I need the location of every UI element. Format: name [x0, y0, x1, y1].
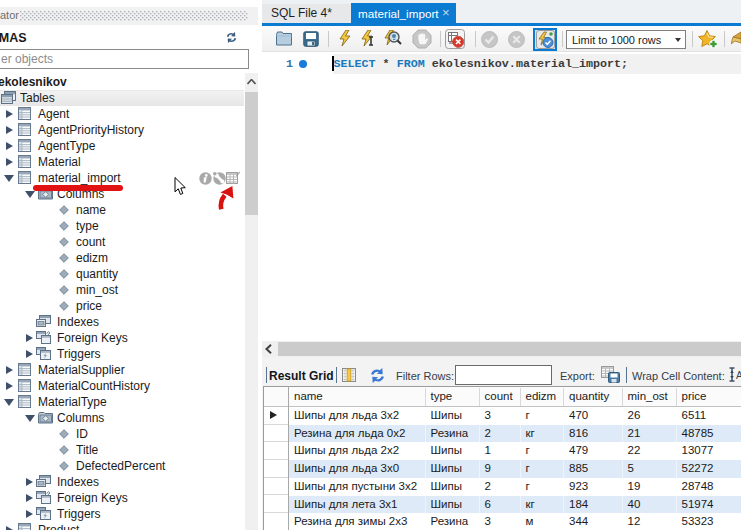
svg-text:A: A	[736, 370, 741, 381]
